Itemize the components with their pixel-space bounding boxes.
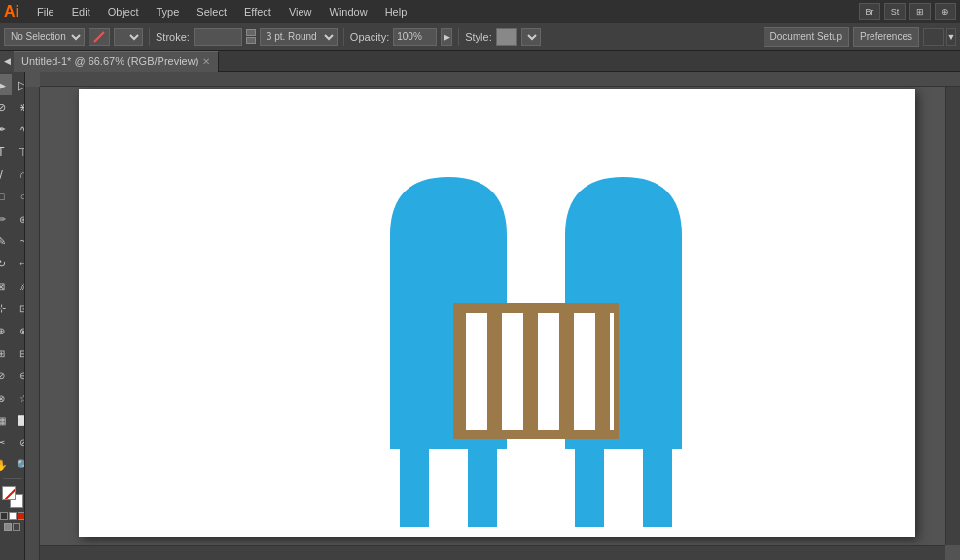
shape-tools: □ ○ [0, 186, 25, 207]
line-tools: / ∩ [0, 163, 25, 185]
tab-scroll-left[interactable]: ◀ [0, 51, 14, 72]
rect-tool[interactable]: □ [0, 186, 12, 207]
rotate-tool[interactable]: ↻ [0, 253, 12, 274]
fill-stroke-indicator[interactable] [89, 28, 110, 46]
color-mode-buttons [0, 512, 25, 520]
slice-tools: ✂ ⊘ [0, 432, 25, 453]
menu-help[interactable]: Help [377, 4, 415, 19]
color-mode-red[interactable] [18, 512, 25, 520]
type-tool[interactable]: T [0, 141, 12, 162]
blend-tools: ⊗ ☆ [0, 387, 25, 408]
lasso-tool[interactable]: ⊘ [0, 96, 12, 118]
artboard-tool[interactable]: ⬜ [13, 409, 25, 431]
menu-view[interactable]: View [281, 4, 320, 19]
arrange-button[interactable] [923, 28, 944, 46]
line-tool[interactable]: / [0, 163, 12, 185]
hand-tool[interactable]: ✋ [0, 454, 12, 475]
style-box[interactable] [496, 28, 517, 46]
menu-object[interactable]: Object [100, 4, 147, 19]
stroke-label: Stroke: [156, 31, 190, 43]
stroke-color-dropdown[interactable] [114, 28, 143, 46]
scale-tools: ⊠ ⫽ [0, 275, 25, 297]
scale-tool[interactable]: ⊠ [0, 275, 12, 297]
stroke-type-dropdown[interactable]: 3 pt. Round [260, 28, 338, 46]
perspective-grid-tool[interactable]: ⊞ [0, 342, 12, 364]
menu-effect[interactable]: Effect [236, 4, 279, 19]
smooth-tool[interactable]: ~ [13, 230, 25, 252]
menu-edit[interactable]: Edit [64, 4, 98, 19]
pen-tool[interactable]: ✒ [0, 119, 12, 140]
svg-rect-8 [502, 313, 523, 430]
zoom-tool[interactable]: 🔍 [13, 454, 25, 475]
view-mode-buttons [4, 523, 20, 531]
nav-tools: ✋ 🔍 [0, 454, 25, 475]
stroke-width-input[interactable] [194, 28, 242, 46]
view-mode-full[interactable] [13, 523, 20, 531]
view-mode-normal[interactable] [4, 523, 12, 531]
eyedropper-tool[interactable]: ⊘ [0, 365, 12, 386]
pencil-tool[interactable]: ✎ [0, 230, 12, 252]
stroke-line-icon [93, 31, 104, 42]
vertical-type-tool[interactable]: ⊤ [13, 141, 25, 162]
opacity-expand[interactable]: ▶ [441, 28, 452, 46]
tab-close-button[interactable]: ✕ [202, 56, 210, 67]
eraser-tool[interactable]: ⊘ [13, 432, 25, 453]
stroke-up-arrow[interactable] [246, 29, 256, 36]
selection-dropdown[interactable]: No Selection [4, 28, 85, 46]
blob-brush-tool[interactable]: ⊛ [13, 208, 25, 229]
fill-color-swatch[interactable] [2, 486, 16, 500]
svg-rect-10 [574, 313, 595, 430]
separator-1 [149, 28, 150, 46]
preferences-button[interactable]: Preferences [853, 27, 919, 47]
column-graph-tool[interactable]: ▦ [0, 409, 12, 431]
menu-file[interactable]: File [29, 4, 62, 19]
stroke-down-arrow[interactable] [246, 37, 256, 44]
color-mode-white[interactable] [9, 512, 17, 520]
tab-label: Untitled-1* @ 66.67% (RGB/Preview) [21, 55, 198, 67]
direct-selection-tool[interactable]: ▷ [13, 74, 25, 95]
style-label: Style: [465, 31, 492, 43]
horizontal-ruler [40, 72, 960, 87]
svg-rect-13 [619, 303, 682, 439]
style-dropdown[interactable] [521, 28, 541, 46]
shear-tool[interactable]: ⫽ [13, 275, 25, 297]
warp-tool[interactable]: ⊹ [0, 298, 12, 319]
symbol-sprayer-tool[interactable]: ☆ [13, 387, 25, 408]
magic-wand-tool[interactable]: ⋇ [13, 96, 25, 118]
perspective-selection-tool[interactable]: ⊟ [13, 342, 25, 364]
pen-tools: ✒ ∿ [0, 119, 25, 140]
arrange-dropdown[interactable]: ▼ [946, 28, 956, 46]
live-paint-tool[interactable]: ⊗ [13, 320, 25, 341]
measure-tool[interactable]: ⊖ [13, 365, 25, 386]
opacity-input[interactable] [393, 28, 437, 46]
perspective-tools: ⊞ ⊟ [0, 342, 25, 364]
horizontal-scrollbar[interactable] [40, 545, 945, 560]
warp-tools: ⊹ ⊡ [0, 298, 25, 319]
menu-select[interactable]: Select [189, 4, 234, 19]
workspace-switcher[interactable]: ⊞ [909, 3, 931, 20]
paintbrush-tool[interactable]: ✏ [0, 208, 12, 229]
graph-tools: ▦ ⬜ [0, 409, 25, 431]
separator-3 [458, 28, 459, 46]
shape-builder-tool[interactable]: ⊕ [0, 320, 12, 341]
free-transform-tool[interactable]: ⊡ [13, 298, 25, 319]
curvature-tool[interactable]: ∿ [13, 119, 25, 140]
blend-tool[interactable]: ⊗ [0, 387, 12, 408]
search-button[interactable]: ⊕ [935, 3, 956, 20]
menu-window[interactable]: Window [322, 4, 375, 19]
slice-tool[interactable]: ✂ [0, 432, 12, 453]
stock-button[interactable]: St [884, 3, 906, 20]
vertical-scrollbar[interactable] [945, 72, 960, 545]
reflect-tool[interactable]: ↔ [13, 253, 25, 274]
menu-bar: Ai File Edit Object Type Select Effect V… [0, 0, 960, 23]
arc-tool[interactable]: ∩ [13, 163, 25, 185]
document-tab[interactable]: Untitled-1* @ 66.67% (RGB/Preview) ✕ [14, 51, 219, 72]
svg-rect-5 [643, 439, 672, 527]
selection-tool[interactable]: ▶ [0, 74, 12, 95]
tool-separator [3, 478, 22, 479]
bridge-button[interactable]: Br [859, 3, 880, 20]
color-mode-none[interactable] [0, 512, 8, 520]
ellipse-tool[interactable]: ○ [13, 186, 25, 207]
document-setup-button[interactable]: Document Setup [764, 27, 850, 47]
menu-type[interactable]: Type [149, 4, 188, 19]
